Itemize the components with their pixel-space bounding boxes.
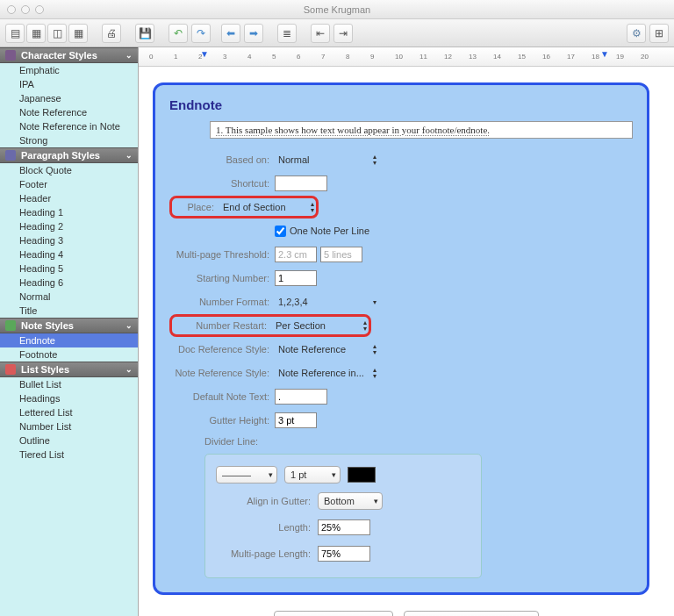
gutter-height-label: Gutter Height: [169, 415, 275, 426]
forward-arrow-icon[interactable]: ➡ [244, 24, 263, 43]
sidebar-item[interactable]: Heading 3 [0, 233, 138, 247]
align-gutter-select[interactable]: Bottom [318, 492, 383, 510]
sidebar-item[interactable]: Footnote [0, 347, 138, 362]
sidebar-item[interactable]: Note Reference in Note [0, 119, 138, 133]
doc-ref-select[interactable]: Note Reference▴▾ [275, 341, 376, 357]
styles-sidebar: Character Styles⌄ EmphaticIPAJapaneseNot… [0, 47, 139, 616]
align-gutter-label: Align in Gutter: [216, 496, 311, 506]
sidebar-item[interactable]: Endnote [0, 333, 138, 347]
gallery-view-icon[interactable]: ▦ [26, 24, 46, 43]
sidebar-item[interactable]: Number List [0, 419, 138, 433]
panel-title: Endnote [169, 97, 633, 112]
one-note-label: One Note Per Line [290, 226, 369, 236]
print-icon[interactable]: 🖨 [102, 24, 121, 43]
import-from-library-button[interactable]: Import from Style Library... [404, 611, 540, 616]
starting-number-label: Starting Number: [169, 273, 275, 283]
sidebar-item[interactable]: Note Reference [0, 105, 138, 119]
multi-threshold-cm-input [275, 247, 317, 262]
chevron-down-icon: ⌄ [125, 51, 133, 60]
line-color-swatch[interactable] [348, 467, 376, 483]
sidebar-item[interactable]: Normal [0, 290, 138, 304]
paragraph-styles-header[interactable]: Paragraph Styles⌄ [0, 147, 138, 163]
list-styles-header[interactable]: List Styles⌄ [0, 362, 138, 377]
sidebar-item[interactable]: Strong [0, 133, 138, 147]
based-on-select[interactable]: Normal▴▾ [275, 152, 376, 168]
table-icon[interactable]: ⊞ [649, 24, 669, 43]
sidebar-item[interactable]: Footer [0, 177, 138, 191]
chevron-down-icon: ⌄ [125, 365, 133, 374]
character-styles-header[interactable]: Character Styles⌄ [0, 47, 138, 63]
grid-view-icon[interactable]: ▦ [68, 24, 88, 43]
note-ref-label: Note Reference Style: [169, 368, 275, 378]
sidebar-item[interactable]: Tiered List [0, 448, 138, 462]
sidebar-item[interactable]: Heading 4 [0, 247, 138, 261]
number-restart-select[interactable]: Per Section▴▾ [272, 318, 367, 333]
sidebar-item[interactable]: Heading 2 [0, 219, 138, 233]
based-on-label: Based on: [169, 154, 275, 165]
sidebar-item[interactable]: Block Quote [0, 163, 138, 177]
shortcut-label: Shortcut: [169, 178, 275, 189]
document-title: Some Krugman [304, 4, 370, 15]
sidebar-item[interactable]: Heading 1 [0, 205, 138, 219]
window-controls [7, 5, 44, 14]
save-to-library-button[interactable]: Save to Style Library... [274, 611, 393, 616]
sidebar-item[interactable]: Emphatic [0, 63, 138, 77]
indent-icon[interactable]: ⇥ [333, 24, 353, 43]
multi-threshold-label: Multi-page Threshold: [169, 249, 275, 260]
starting-number-input[interactable] [275, 270, 317, 286]
one-note-checkbox[interactable] [275, 226, 286, 237]
sidebar-item[interactable]: Outline [0, 433, 138, 448]
sidebar-item[interactable]: IPA [0, 77, 138, 91]
gear-icon[interactable]: ⚙ [627, 24, 646, 43]
multi-threshold-lines-input [320, 247, 362, 262]
chevron-down-icon: ⌄ [125, 321, 133, 330]
save-icon[interactable]: 💾 [135, 24, 154, 43]
shortcut-input[interactable] [275, 175, 327, 191]
sidebar-item[interactable]: Heading 5 [0, 261, 138, 276]
back-arrow-icon[interactable]: ⬅ [221, 24, 240, 43]
ruler-marker-icon[interactable]: ▼ [600, 49, 609, 59]
gutter-height-input[interactable] [275, 412, 317, 428]
multi-length-input[interactable] [318, 546, 370, 562]
ruler[interactable]: ▼ ▼ 01234567891011121314151617181920 [139, 47, 674, 67]
line-weight-select[interactable]: 1 pt [284, 466, 341, 483]
redo-icon[interactable]: ↷ [191, 24, 211, 43]
sidebar-item[interactable]: Heading 6 [0, 276, 138, 290]
default-text-input[interactable] [275, 389, 327, 405]
number-format-label: Number Format: [169, 297, 275, 307]
minimize-window-icon[interactable] [21, 5, 30, 14]
note-ref-select[interactable]: Note Reference in...▴▾ [275, 365, 376, 381]
place-select[interactable]: End of Section▴▾ [219, 199, 314, 215]
close-window-icon[interactable] [7, 5, 16, 14]
sidebar-item[interactable]: Bullet List [0, 377, 138, 391]
divider-header: Divider Line: [204, 436, 633, 447]
multi-length-label: Multi-page Length: [216, 548, 311, 559]
chevron-down-icon: ⌄ [125, 151, 133, 160]
split-view-icon[interactable]: ◫ [47, 24, 67, 43]
endnote-panel: Endnote 1. This sample shows how text wo… [153, 82, 649, 595]
sidebar-item[interactable]: Title [0, 304, 138, 318]
titlebar: Some Krugman [0, 0, 674, 19]
sample-text: 1. This sample shows how text would appe… [210, 121, 633, 139]
note-styles-header[interactable]: Note Styles⌄ [0, 318, 138, 333]
place-label: Place: [174, 202, 219, 212]
length-label: Length: [216, 522, 311, 533]
undo-icon[interactable]: ↶ [168, 24, 188, 43]
number-restart-label: Number Restart: [174, 320, 272, 331]
doc-ref-label: Doc Reference Style: [169, 344, 275, 355]
divider-box: ——— 1 pt Align in Gutter:Bottom Length: … [204, 454, 482, 578]
default-text-label: Default Note Text: [169, 391, 275, 402]
content-area: ▼ ▼ 01234567891011121314151617181920 End… [139, 47, 674, 616]
toolbar: ▤ ▦ ◫ ▦ 🖨 💾 ↶ ↷ ⬅ ➡ ≣ ⇤ ⇥ ⚙ ⊞ [0, 19, 674, 47]
line-style-select[interactable]: ——— [216, 466, 277, 483]
sidebar-item[interactable]: Headings [0, 391, 138, 405]
panel-view-icon[interactable]: ▤ [5, 24, 25, 43]
number-format-select[interactable]: 1,2,3,4▾ [275, 294, 376, 310]
length-input[interactable] [318, 519, 370, 535]
zoom-window-icon[interactable] [35, 5, 44, 14]
sidebar-item[interactable]: Japanese [0, 91, 138, 105]
sidebar-item[interactable]: Lettered List [0, 405, 138, 419]
outdent-icon[interactable]: ⇤ [311, 24, 330, 43]
list-format-icon[interactable]: ≣ [277, 24, 297, 43]
sidebar-item[interactable]: Header [0, 191, 138, 205]
